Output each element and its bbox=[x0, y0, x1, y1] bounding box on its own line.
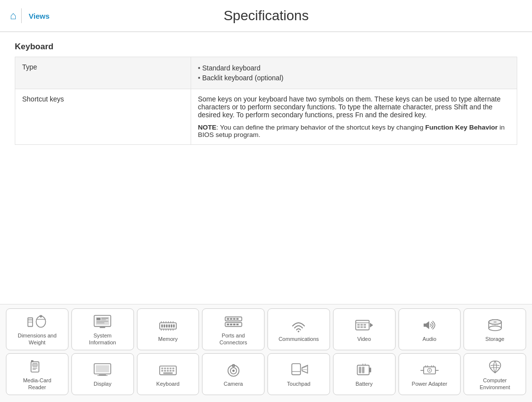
power-adapter-icon bbox=[420, 362, 439, 378]
communications-icon bbox=[289, 317, 308, 333]
nav-row-1: Dimensions andWeight SystemInformation bbox=[6, 308, 526, 350]
svg-rect-20 bbox=[166, 324, 167, 327]
camera-icon bbox=[224, 362, 243, 378]
table-row: Type Standard keyboard Backlit keyboard … bbox=[15, 57, 517, 89]
svg-rect-42 bbox=[227, 324, 229, 325]
svg-rect-74 bbox=[164, 368, 166, 369]
svg-point-86 bbox=[232, 369, 234, 372]
svg-rect-10 bbox=[97, 318, 100, 320]
audio-icon bbox=[420, 317, 439, 333]
nav-tile-power-adapter[interactable]: Power Adapter bbox=[399, 353, 461, 395]
svg-rect-49 bbox=[358, 324, 360, 325]
svg-rect-18 bbox=[161, 324, 163, 327]
svg-point-46 bbox=[298, 331, 299, 332]
svg-rect-45 bbox=[236, 324, 238, 325]
keyboard-icon bbox=[158, 362, 178, 378]
nav-tile-communications[interactable]: Communications bbox=[267, 308, 330, 350]
svg-rect-21 bbox=[168, 324, 170, 327]
svg-rect-38 bbox=[230, 318, 232, 320]
header-divider bbox=[21, 8, 22, 23]
svg-rect-80 bbox=[166, 370, 168, 371]
svg-rect-44 bbox=[233, 324, 235, 325]
nav-tile-keyboard[interactable]: Keyboard bbox=[137, 353, 200, 395]
views-link[interactable]: Views bbox=[29, 12, 49, 20]
storage-icon bbox=[485, 317, 505, 333]
nav-tile-video[interactable]: Video bbox=[333, 308, 396, 350]
svg-rect-75 bbox=[166, 368, 168, 369]
tile-label-video: Video bbox=[357, 335, 371, 342]
svg-rect-81 bbox=[169, 370, 171, 371]
svg-rect-12 bbox=[101, 319, 106, 320]
dimensions-weight-icon bbox=[27, 314, 47, 330]
tile-label-computer-environment: ComputerEnvironment bbox=[480, 377, 510, 391]
nav-tile-camera[interactable]: Camera bbox=[202, 353, 265, 395]
svg-rect-53 bbox=[361, 326, 363, 328]
row-label-shortcut: Shortcut keys bbox=[15, 89, 191, 145]
shortcut-description: Some keys on your keyboard have two symb… bbox=[198, 95, 510, 119]
tile-label-display: Display bbox=[94, 380, 111, 387]
svg-rect-22 bbox=[170, 324, 172, 327]
page-title: Specifications bbox=[50, 8, 483, 24]
tile-label-camera: Camera bbox=[224, 380, 243, 387]
svg-rect-98 bbox=[362, 367, 365, 373]
svg-point-4 bbox=[36, 316, 46, 327]
nav-tile-system-information[interactable]: SystemInformation bbox=[71, 308, 134, 350]
computer-environment-icon bbox=[485, 359, 505, 374]
svg-rect-40 bbox=[236, 318, 238, 320]
nav-tile-computer-environment[interactable]: ComputerEnvironment bbox=[464, 353, 526, 395]
svg-rect-43 bbox=[230, 324, 232, 325]
svg-rect-15 bbox=[100, 327, 105, 328]
nav-tile-media-card-reader[interactable]: Media-CardReader bbox=[6, 353, 68, 395]
nav-tile-ports-connectors[interactable]: Ports andConnectors bbox=[202, 308, 265, 350]
svg-line-94 bbox=[303, 371, 307, 372]
section-title: Keyboard bbox=[15, 42, 517, 52]
note-label: NOTE bbox=[198, 124, 217, 131]
nav-tile-dimensions-weight[interactable]: Dimensions andWeight bbox=[6, 308, 68, 350]
bottom-nav: Dimensions andWeight SystemInformation bbox=[0, 304, 532, 402]
main-content: Keyboard Type Standard keyboard Backlit … bbox=[0, 32, 532, 304]
svg-rect-37 bbox=[227, 318, 229, 320]
svg-rect-96 bbox=[369, 368, 371, 372]
nav-tile-battery[interactable]: Battery bbox=[333, 353, 396, 395]
tile-label-battery: Battery bbox=[356, 380, 373, 387]
svg-rect-73 bbox=[161, 368, 163, 369]
svg-rect-14 bbox=[97, 322, 104, 323]
svg-rect-11 bbox=[101, 318, 108, 319]
svg-marker-56 bbox=[424, 321, 429, 329]
tile-label-system-information: SystemInformation bbox=[89, 332, 116, 346]
home-icon[interactable]: ⌂ bbox=[10, 9, 16, 22]
svg-rect-89 bbox=[292, 364, 301, 374]
tile-label-power-adapter: Power Adapter bbox=[412, 380, 447, 387]
svg-rect-97 bbox=[359, 367, 362, 373]
svg-rect-54 bbox=[364, 326, 366, 328]
memory-icon bbox=[158, 317, 178, 333]
svg-point-61 bbox=[489, 326, 501, 331]
display-icon bbox=[93, 362, 112, 378]
nav-tile-storage[interactable]: Storage bbox=[464, 308, 526, 350]
tile-label-dimensions-weight: Dimensions andWeight bbox=[18, 332, 57, 346]
nav-tile-memory[interactable]: Memory bbox=[137, 308, 200, 350]
row-value-shortcut: Some keys on your keyboard have two symb… bbox=[191, 89, 517, 145]
svg-point-63 bbox=[493, 321, 496, 322]
spec-table: Type Standard keyboard Backlit keyboard … bbox=[15, 57, 517, 145]
nav-tile-touchpad[interactable]: Touchpad bbox=[267, 353, 330, 395]
nav-tile-display[interactable]: Display bbox=[71, 353, 134, 395]
svg-rect-51 bbox=[364, 324, 366, 325]
battery-icon bbox=[354, 362, 374, 378]
shortcut-note: NOTE: You can define the primary behavio… bbox=[198, 124, 510, 138]
nav-row-2: Media-CardReader Display bbox=[6, 353, 526, 395]
touchpad-icon bbox=[289, 362, 308, 378]
svg-rect-50 bbox=[361, 324, 363, 325]
system-information-icon bbox=[93, 314, 112, 330]
svg-rect-52 bbox=[358, 326, 360, 328]
svg-rect-65 bbox=[33, 363, 38, 366]
media-card-reader-icon bbox=[27, 359, 47, 374]
svg-rect-13 bbox=[97, 321, 108, 322]
nav-tile-audio[interactable]: Audio bbox=[399, 308, 461, 350]
svg-rect-79 bbox=[164, 370, 166, 371]
tile-label-audio: Audio bbox=[423, 335, 436, 342]
video-icon bbox=[354, 317, 374, 333]
svg-rect-19 bbox=[164, 324, 165, 327]
tile-label-touchpad: Touchpad bbox=[287, 380, 311, 387]
type-list: Standard keyboard Backlit keyboard (opti… bbox=[198, 63, 510, 83]
